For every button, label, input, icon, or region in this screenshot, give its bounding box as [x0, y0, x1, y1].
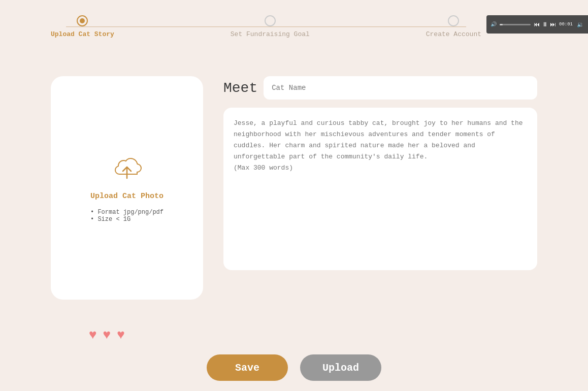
upload-icon-wrapper [109, 153, 145, 184]
heart-1: ♥ [89, 328, 97, 343]
media-player: 🔊 ⏮ ⏸ ⏭ 00:01 🔉 [486, 15, 588, 34]
hearts-row: ♥ ♥ ♥ [89, 328, 125, 343]
step-label-upload: Upload Cat Story [51, 30, 114, 38]
speaker-icon: 🔊 [491, 21, 497, 27]
upload-card[interactable]: Upload Cat Photo Format jpg/png/pdf Size… [51, 76, 203, 300]
step-fundraising-goal[interactable]: Set Fundraising Goal [231, 15, 310, 38]
main-content: Upload Cat Photo Format jpg/png/pdf Size… [51, 76, 537, 300]
steps-container: Upload Cat Story Set Fundraising Goal Cr… [51, 15, 481, 38]
upload-hint-format: Format jpg/png/pdf [90, 209, 164, 216]
media-progress-fill [500, 24, 503, 25]
step-circle-goal [265, 15, 276, 26]
step-label-goal: Set Fundraising Goal [231, 30, 310, 38]
pause-icon[interactable]: ⏸ [542, 21, 548, 28]
media-time: 00:01 [559, 22, 573, 27]
form-area: Meet [223, 76, 537, 300]
step-circle-upload [77, 15, 88, 26]
upload-button[interactable]: Upload [300, 354, 381, 381]
heart-2: ♥ [103, 328, 111, 343]
save-button[interactable]: Save [207, 354, 288, 381]
step-circle-account [448, 15, 459, 26]
buttons-row: Save Upload [207, 354, 381, 381]
meet-row: Meet [223, 76, 537, 100]
forward-icon[interactable]: ⏭ [550, 21, 556, 28]
media-volume-icon[interactable]: 🔉 [577, 21, 584, 28]
media-controls: ⏮ ⏸ ⏭ [534, 21, 556, 28]
upload-hint-size: Size < 1G [90, 216, 164, 223]
cat-name-input[interactable] [264, 76, 537, 100]
upload-hints: Format jpg/png/pdf Size < 1G [90, 209, 164, 223]
story-textarea[interactable] [223, 108, 537, 270]
step-create-account[interactable]: Create Account [426, 15, 481, 38]
media-progress-bar[interactable] [500, 24, 531, 25]
step-upload-cat-story[interactable]: Upload Cat Story [51, 15, 114, 38]
upload-photo-label: Upload Cat Photo [90, 192, 164, 201]
heart-3: ♥ [117, 328, 125, 343]
step-label-account: Create Account [426, 30, 481, 38]
rewind-icon[interactable]: ⏮ [534, 21, 540, 28]
cloud-upload-icon [109, 153, 145, 181]
meet-label: Meet [223, 80, 257, 96]
